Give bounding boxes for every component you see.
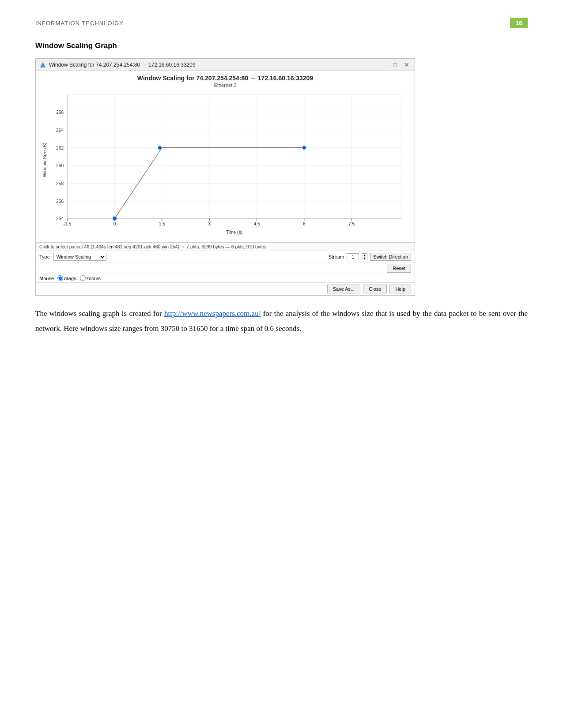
help-button[interactable]: Help [389, 285, 411, 293]
svg-text:4.5: 4.5 [253, 221, 260, 226]
chart-subtitle: Ethernet 2 [40, 83, 410, 88]
close-window-button[interactable]: Close [363, 285, 387, 293]
page-number: 16 [510, 18, 528, 28]
titlebar-left: Window Scaling for 74.207.254.254:80 → 1… [39, 61, 196, 68]
wireshark-window: Window Scaling for 74.207.254.254:80 → 1… [35, 58, 415, 296]
reset-button[interactable]: Reset [387, 264, 411, 273]
page-header: INFORMATION TECHNLOIGY 16 [35, 18, 528, 28]
type-label: Type [39, 254, 50, 259]
stream-label: Stream [329, 254, 344, 259]
chart-content: Window Scaling for 74.207.254.254:80 → 1… [36, 71, 415, 242]
svg-point-44 [158, 146, 161, 149]
zooms-radio[interactable] [80, 275, 86, 281]
controls-row-1: Type Window Scaling Stream 1 ▲ ▼ Switch … [36, 251, 415, 263]
bottom-row: Save As... Close Help [36, 282, 415, 295]
svg-text:256: 256 [56, 199, 64, 204]
window-controls[interactable]: − □ ✕ [381, 61, 411, 68]
svg-text:3: 3 [208, 221, 211, 226]
stream-spinner[interactable]: ▲ ▼ [362, 253, 367, 260]
maximize-button[interactable]: □ [392, 61, 399, 68]
section-title: Window Scaling Graph [35, 41, 528, 50]
spinner-down[interactable]: ▼ [362, 257, 367, 260]
window-titlebar: Window Scaling for 74.207.254.254:80 → 1… [36, 59, 415, 71]
svg-text:6: 6 [303, 221, 306, 226]
chart-svg: 266 264 262 260 258 256 254 Window Size … [40, 90, 410, 240]
body-text-before-link: The windows scaling graph is created for [35, 309, 164, 318]
svg-text:1.5: 1.5 [159, 221, 165, 226]
svg-text:262: 262 [56, 146, 64, 150]
page: INFORMATION TECHNLOIGY 16 Window Scaling… [0, 0, 563, 728]
svg-text:264: 264 [56, 128, 64, 132]
body-paragraph: The windows scaling graph is created for… [35, 306, 528, 336]
switch-direction-button[interactable]: Switch Direction [370, 253, 411, 261]
save-as-button[interactable]: Save As... [327, 285, 361, 293]
window-title-text: Window Scaling for 74.207.254.254:80 → 1… [49, 62, 196, 68]
stream-input[interactable]: 1 [347, 253, 359, 260]
type-select[interactable]: Window Scaling [53, 253, 106, 261]
spinner-up[interactable]: ▲ [362, 254, 367, 257]
status-bar: Click to select packet 46 (1.434s len 48… [36, 242, 415, 251]
mouse-row: Mouse drags zooms [36, 274, 415, 282]
svg-rect-2 [67, 94, 401, 219]
svg-text:260: 260 [56, 163, 64, 168]
drags-radio-label[interactable]: drags [57, 275, 76, 281]
svg-text:7.5: 7.5 [348, 221, 355, 226]
close-button[interactable]: ✕ [402, 61, 411, 68]
body-link[interactable]: http://www.newspapers.com.au/ [164, 309, 261, 318]
wireshark-icon [39, 61, 46, 68]
chart-area[interactable]: 266 264 262 260 258 256 254 Window Size … [40, 90, 410, 240]
mouse-label: Mouse [39, 276, 54, 281]
reset-row: Reset [36, 263, 415, 274]
minimize-button[interactable]: − [381, 61, 388, 68]
header-title: INFORMATION TECHNLOIGY [35, 20, 124, 26]
zooms-radio-label[interactable]: zooms [80, 275, 101, 281]
svg-text:254: 254 [56, 216, 64, 221]
svg-point-43 [113, 217, 117, 221]
svg-text:Time (s): Time (s) [226, 230, 242, 235]
drags-radio[interactable] [57, 275, 63, 281]
svg-text:266: 266 [56, 110, 64, 115]
svg-text:Window Size (B): Window Size (B) [42, 143, 47, 177]
svg-text:258: 258 [56, 181, 64, 186]
svg-point-45 [302, 146, 306, 149]
chart-title: Window Scaling for 74.207.254.254:80 → 1… [40, 75, 410, 82]
svg-text:0: 0 [113, 221, 116, 226]
svg-text:-1.5: -1.5 [64, 221, 72, 226]
stream-area: Stream 1 ▲ ▼ Switch Direction [329, 253, 411, 261]
